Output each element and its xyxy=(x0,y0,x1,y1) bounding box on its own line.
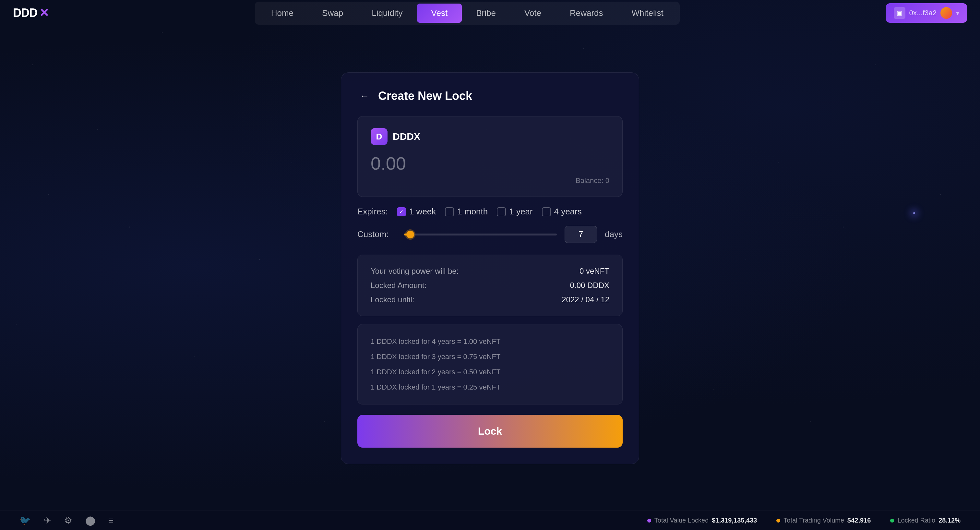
token-name: DDDX xyxy=(393,131,420,142)
docs-icon[interactable]: ≡ xyxy=(108,516,113,526)
token-section: D DDDX 0.00 Balance: 0 xyxy=(357,116,623,197)
expire-1week[interactable]: 1 week xyxy=(397,207,436,216)
volume-label: Total Trading Volume xyxy=(783,517,844,524)
expires-label: Expires: xyxy=(357,207,388,216)
wallet-address: 0x...f3a2 xyxy=(909,9,937,17)
days-input[interactable]: 7 xyxy=(565,226,597,243)
main-content: ← Create New Lock D DDDX 0.00 Balance: 0… xyxy=(0,26,980,511)
nav-rewards[interactable]: Rewards xyxy=(555,3,617,23)
ratio-stat: Locked Ratio 28.12% xyxy=(890,517,961,524)
volume-dot xyxy=(776,519,780,522)
volume-value: $42,916 xyxy=(847,517,871,524)
wallet-chevron-icon: ▾ xyxy=(956,9,959,17)
balance-value: 0 xyxy=(605,177,609,185)
back-button[interactable]: ← xyxy=(357,89,372,103)
ratio-line-2: 1 DDDX locked for 2 years = 0.50 veNFT xyxy=(371,366,609,377)
custom-label: Custom: xyxy=(357,229,396,239)
github-icon[interactable]: ⚙ xyxy=(64,515,72,526)
locked-until-label: Locked until: xyxy=(371,295,414,304)
nav-bribe[interactable]: Bribe xyxy=(462,3,510,23)
wallet-icon: ▣ xyxy=(894,7,905,19)
locked-amount-value: 0.00 DDDX xyxy=(570,281,609,290)
locked-until-value: 2022 / 04 / 12 xyxy=(562,295,609,304)
nav-liquidity[interactable]: Liquidity xyxy=(357,3,417,23)
tvl-value: $1,319,135,433 xyxy=(712,517,757,524)
ratio-dot xyxy=(890,519,894,522)
wallet-avatar xyxy=(940,7,952,19)
expire-1month[interactable]: 1 month xyxy=(445,207,488,216)
tvl-dot xyxy=(647,519,651,522)
locked-until-row: Locked until: 2022 / 04 / 12 xyxy=(371,295,609,304)
duration-slider[interactable] xyxy=(404,234,557,236)
voting-power-row: Your voting power will be: 0 veNFT xyxy=(371,267,609,276)
custom-section: Custom: 7 days xyxy=(357,226,623,243)
footer: 🐦 ✈ ⚙ ⬤ ≡ Total Value Locked $1,319,135,… xyxy=(0,511,980,530)
token-balance: Balance: 0 xyxy=(371,177,609,185)
slider-thumb[interactable] xyxy=(406,231,414,239)
wallet-button[interactable]: ▣ 0x...f3a2 ▾ xyxy=(886,3,967,23)
tvl-label: Total Value Locked xyxy=(654,517,709,524)
nav-swap[interactable]: Swap xyxy=(308,3,357,23)
voting-power-value: 0 veNFT xyxy=(579,267,609,276)
checkbox-1week[interactable] xyxy=(397,207,406,216)
days-label: days xyxy=(605,229,623,239)
locked-amount-label: Locked Amount: xyxy=(371,281,426,290)
token-header: D DDDX xyxy=(371,128,609,145)
nav-whitelist[interactable]: Whitelist xyxy=(617,3,678,23)
ratio-line-3: 1 DDDX locked for 1 years = 0.25 veNFT xyxy=(371,382,609,393)
logo: DDD✕ xyxy=(13,6,49,20)
ratio-value: 28.12% xyxy=(939,517,961,524)
expire-4years-label: 4 years xyxy=(554,207,582,216)
footer-stats: Total Value Locked $1,319,135,433 Total … xyxy=(647,517,961,524)
social-links: 🐦 ✈ ⚙ ⬤ ≡ xyxy=(19,515,113,526)
nav-links: Home Swap Liquidity Vest Bribe Vote Rewa… xyxy=(255,2,680,25)
ratio-line-0: 1 DDDX locked for 4 years = 1.00 veNFT xyxy=(371,336,609,347)
tvl-stat: Total Value Locked $1,319,135,433 xyxy=(647,517,757,524)
medium-icon[interactable]: ⬤ xyxy=(85,515,95,526)
logo-text: DDD xyxy=(13,6,37,20)
ratio-label: Locked Ratio xyxy=(897,517,935,524)
info-card: Your voting power will be: 0 veNFT Locke… xyxy=(357,255,623,316)
card-title: Create New Lock xyxy=(378,89,472,103)
twitter-icon[interactable]: 🐦 xyxy=(19,515,31,526)
nav-home[interactable]: Home xyxy=(257,3,308,23)
expire-1year-label: 1 year xyxy=(509,207,533,216)
nav-vote[interactable]: Vote xyxy=(510,3,555,23)
checkbox-4years[interactable] xyxy=(542,207,551,216)
expire-1year[interactable]: 1 year xyxy=(497,207,533,216)
token-amount-input[interactable]: 0.00 xyxy=(371,153,609,174)
lock-button[interactable]: Lock xyxy=(357,415,623,447)
expire-4years[interactable]: 4 years xyxy=(542,207,582,216)
create-lock-card: ← Create New Lock D DDDX 0.00 Balance: 0… xyxy=(341,72,639,464)
volume-stat: Total Trading Volume $42,916 xyxy=(776,517,871,524)
logo-x: ✕ xyxy=(39,6,49,20)
navbar: DDD✕ Home Swap Liquidity Vest Bribe Vote… xyxy=(0,0,980,26)
checkbox-1month[interactable] xyxy=(445,207,454,216)
ratio-line-1: 1 DDDX locked for 3 years = 0.75 veNFT xyxy=(371,351,609,362)
telegram-icon[interactable]: ✈ xyxy=(44,515,51,526)
expires-section: Expires: 1 week 1 month 1 year 4 years xyxy=(357,207,623,216)
nav-vest[interactable]: Vest xyxy=(417,3,462,23)
voting-power-label: Your voting power will be: xyxy=(371,267,458,276)
card-header: ← Create New Lock xyxy=(357,89,623,103)
ratios-card: 1 DDDX locked for 4 years = 1.00 veNFT 1… xyxy=(357,324,623,404)
locked-amount-row: Locked Amount: 0.00 DDDX xyxy=(371,281,609,290)
balance-label: Balance: xyxy=(576,177,603,185)
expire-1week-label: 1 week xyxy=(409,207,436,216)
expire-1month-label: 1 month xyxy=(457,207,488,216)
token-icon: D xyxy=(371,128,388,145)
checkbox-1year[interactable] xyxy=(497,207,506,216)
